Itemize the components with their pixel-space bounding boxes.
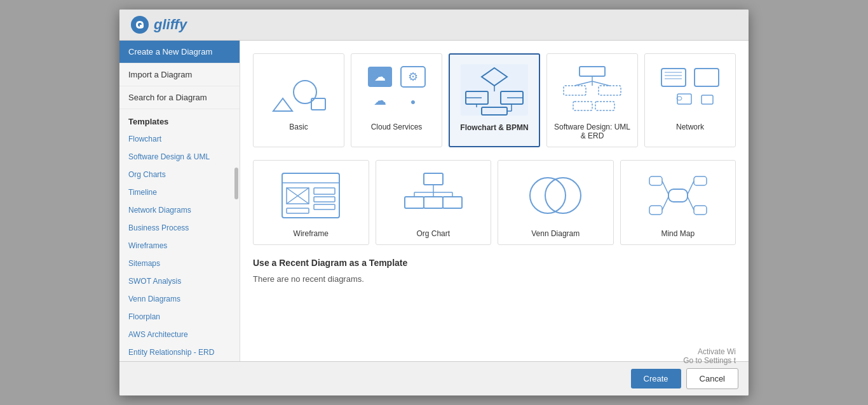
svg-point-55 <box>530 178 566 213</box>
svg-rect-57 <box>668 189 688 202</box>
svg-rect-46 <box>424 173 443 185</box>
template-card-flowchart[interactable]: Flowchart & BPMN <box>449 53 540 147</box>
sidebar-item-floorplan[interactable]: Floorplan <box>119 308 240 326</box>
orgchart-label: Org Chart <box>416 229 450 238</box>
template-card-orgchart[interactable]: Org Chart <box>376 160 492 245</box>
svg-line-62 <box>662 181 668 194</box>
svg-rect-35 <box>677 94 691 104</box>
svg-rect-22 <box>564 86 586 95</box>
svg-point-56 <box>545 178 581 213</box>
svg-line-64 <box>688 181 694 194</box>
network-label: Network <box>676 123 704 131</box>
svg-line-28 <box>592 81 609 86</box>
template-grid-row1: Basic ☁ ⚙ ☁ ● Cloud Services <box>253 53 736 147</box>
sidebar-nav-create[interactable]: Create a New Diagram <box>119 41 240 63</box>
svg-line-63 <box>662 197 668 210</box>
cloud-label: Cloud Services <box>371 123 423 131</box>
sidebar-item-venn[interactable]: Venn Diagrams <box>119 290 240 308</box>
svg-line-27 <box>574 81 592 86</box>
sidebar-item-aws[interactable]: AWS Architecture <box>119 326 240 343</box>
venn-label: Venn Diagram <box>531 229 580 238</box>
basic-icon <box>260 60 337 117</box>
svg-rect-23 <box>599 86 621 95</box>
mindmap-icon <box>627 167 729 224</box>
svg-marker-1 <box>273 98 292 111</box>
template-card-mindmap[interactable]: Mind Map <box>620 160 736 245</box>
svg-rect-25 <box>595 102 614 110</box>
svg-rect-37 <box>282 173 339 218</box>
template-card-wireframe[interactable]: Wireframe <box>253 160 369 245</box>
modal-body: Create a New Diagram Import a Diagram Se… <box>119 41 749 361</box>
sidebar-item-sitemaps[interactable]: Sitemaps <box>119 255 240 272</box>
uml-label: Software Design: UML & ERD <box>553 123 631 140</box>
sidebar-item-org-charts[interactable]: Org Charts <box>119 166 240 183</box>
sidebar-item-swot[interactable]: SWOT Analysis <box>119 272 240 290</box>
sidebar-item-flowchart[interactable]: Flowchart <box>119 130 240 148</box>
sidebar: Create a New Diagram Import a Diagram Se… <box>119 41 240 361</box>
template-card-network[interactable]: Network <box>644 53 736 147</box>
gliffy-logo: gliffy <box>130 15 187 35</box>
template-grid-row2: Wireframe <box>253 160 736 245</box>
svg-rect-54 <box>443 197 462 208</box>
wireframe-label: Wireframe <box>294 229 329 238</box>
svg-line-65 <box>688 197 694 210</box>
basic-label: Basic <box>289 123 308 131</box>
flowchart-label: Flowchart & BPMN <box>460 123 528 132</box>
svg-text:●: ● <box>410 96 416 107</box>
recent-empty-text: There are no recent diagrams. <box>253 274 736 284</box>
svg-rect-29 <box>661 69 686 86</box>
wireframe-icon <box>260 167 362 224</box>
cloud-icon: ☁ ⚙ ☁ ● <box>358 60 435 117</box>
svg-rect-44 <box>314 204 335 209</box>
watermark-line1: Activate Wi <box>683 347 736 356</box>
template-card-venn[interactable]: Venn Diagram <box>498 160 614 245</box>
svg-rect-52 <box>405 197 424 208</box>
svg-text:☁: ☁ <box>374 70 386 83</box>
sidebar-item-erd[interactable]: Entity Relationship - ERD <box>119 343 240 361</box>
cancel-button[interactable]: Cancel <box>686 368 738 389</box>
svg-rect-45 <box>287 208 309 213</box>
venn-icon <box>505 167 607 224</box>
content-area: Basic ☁ ⚙ ☁ ● Cloud Services <box>240 41 749 361</box>
modal-footer: Create Cancel <box>119 361 749 395</box>
svg-rect-61 <box>694 206 707 215</box>
sidebar-item-timeline[interactable]: Timeline <box>119 183 240 201</box>
sidebar-item-network-diagrams[interactable]: Network Diagrams <box>119 201 240 219</box>
activate-watermark: Activate Wi Go to Settings t <box>683 347 736 365</box>
gliffy-text: gliffy <box>154 17 187 33</box>
modal-dialog: gliffy Create a New Diagram Import a Dia… <box>119 10 749 395</box>
flowchart-icon <box>456 61 532 118</box>
svg-rect-43 <box>314 197 335 202</box>
svg-rect-60 <box>694 176 707 185</box>
template-card-cloud[interactable]: ☁ ⚙ ☁ ● Cloud Services <box>351 53 442 147</box>
svg-rect-42 <box>314 188 335 194</box>
template-card-basic[interactable]: Basic <box>253 53 344 147</box>
svg-point-2 <box>294 81 316 103</box>
svg-rect-33 <box>695 69 719 86</box>
network-icon <box>651 60 729 117</box>
template-card-uml[interactable]: Software Design: UML & ERD <box>546 53 638 147</box>
svg-rect-21 <box>580 67 605 76</box>
uml-icon <box>553 60 631 117</box>
svg-rect-59 <box>649 206 662 215</box>
sidebar-nav-import[interactable]: Import a Diagram <box>119 63 240 86</box>
svg-text:☁: ☁ <box>374 93 386 107</box>
sidebar-nav-search[interactable]: Search for a Diagram <box>119 86 240 109</box>
gliffy-icon <box>130 15 150 35</box>
mindmap-label: Mind Map <box>661 229 695 238</box>
sidebar-item-software-design[interactable]: Software Design & UML <box>119 148 240 166</box>
svg-rect-58 <box>649 176 662 185</box>
sidebar-templates-title: Templates <box>119 109 240 130</box>
orgchart-icon <box>383 167 485 224</box>
svg-rect-53 <box>424 197 443 208</box>
sidebar-scrollbar[interactable] <box>234 168 238 199</box>
recent-section-title: Use a Recent Diagram as a Template <box>253 258 736 268</box>
watermark-line2: Go to Settings t <box>683 356 736 365</box>
svg-rect-34 <box>702 95 713 104</box>
sidebar-item-wireframes[interactable]: Wireframes <box>119 237 240 255</box>
sidebar-item-business-process[interactable]: Business Process <box>119 219 240 237</box>
svg-rect-24 <box>573 102 592 110</box>
svg-text:⚙: ⚙ <box>408 70 418 83</box>
create-button[interactable]: Create <box>631 369 681 388</box>
modal-header: gliffy <box>119 10 749 41</box>
